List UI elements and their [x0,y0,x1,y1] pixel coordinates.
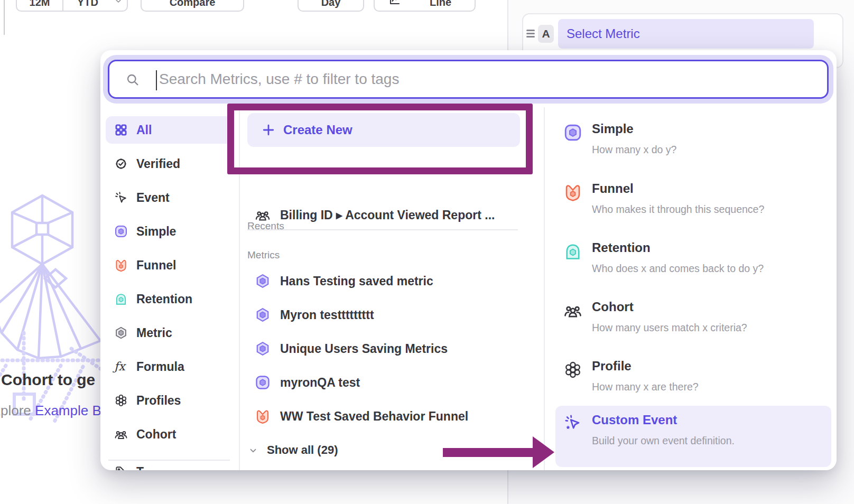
event-cursor-icon [114,191,128,204]
compare-button[interactable]: Compare [141,0,244,12]
sidebar-item-label: T [136,458,144,470]
sidebar-item-label: Cohort [136,421,176,448]
example-link[interactable]: Example B [35,403,101,418]
type-subtitle: How many x are there? [592,380,699,393]
type-title: Profile [592,358,632,374]
metric-list-item[interactable]: Hans Testing saved metric [247,267,522,295]
range-ytd-button[interactable]: YTD [62,0,113,8]
sidebar-item-label: Formula [136,353,184,380]
sidebar-item-label: Retention [136,285,192,313]
type-title: Cohort [592,299,634,315]
retention-icon [114,292,128,306]
chart-type-label: Line [406,0,475,8]
drag-handle-icon[interactable] [526,30,535,37]
type-subtitle: Who does x and comes back to do y? [592,262,764,275]
empty-state-subtext: xplore Example B [0,403,101,419]
interval-label: Day [299,0,363,8]
metric-list-item[interactable]: myronQA test [247,369,522,396]
sidebar-item-formula[interactable]: ƒx Formula [106,353,233,380]
series-letter-badge: A [538,25,554,43]
sidebar-item-simple[interactable]: Simple [106,218,233,245]
recent-item-label: Billing ID ▸ Account Viewed Report ... [280,201,495,229]
range-12m-button[interactable]: 12M [17,0,62,8]
type-funnel[interactable]: Funnel Who makes it through this sequenc… [555,181,831,236]
sidebar-item-label: Event [136,184,170,211]
funnel-icon [114,258,128,272]
show-all-button[interactable]: Show all (29) [247,437,459,463]
show-all-label: Show all (29) [267,437,338,463]
funnel-icon [563,183,582,202]
select-metric-chip[interactable]: Select Metric [558,19,814,49]
line-chart-icon [388,0,401,6]
type-title: Custom Event [592,412,677,428]
date-range-control[interactable]: 12M YTD [16,0,128,12]
metric-item-label: Hans Testing saved metric [280,267,433,295]
empty-state-headline: Cohort to ge [1,371,95,389]
annotation-arrow-shaft [443,448,534,457]
sidebar-item-event[interactable]: Event [106,184,233,211]
sidebar-item-funnel[interactable]: Funnel [106,251,233,279]
metric-item-label: myronQA test [280,369,360,396]
compare-label: Compare [142,0,243,8]
type-simple[interactable]: Simple How many x do y? [555,121,831,176]
metric-hexagon-icon [114,326,128,340]
metric-list-item[interactable]: Unique Users Saving Metrics [247,335,522,362]
type-subtitle: How many users match x criteria? [592,321,747,334]
simple-metric-icon [255,375,271,390]
search-box [108,60,829,99]
profiles-cluster-icon [563,360,582,379]
sidebar-item-metric[interactable]: Metric [106,319,233,347]
screen: 12M YTD Compare Day Line A Select Metric [0,0,854,504]
type-title: Retention [592,240,651,256]
sidebar-item-retention[interactable]: Retention [106,285,233,313]
type-title: Simple [592,121,634,137]
type-subtitle: Who makes it through this sequence? [592,203,764,216]
annotation-highlight-box [227,104,533,174]
metric-badge-icon [255,341,271,357]
funnel-icon [255,408,271,424]
left-edge-divider [4,0,5,35]
chevron-down-icon [114,0,123,5]
interval-day-button[interactable]: Day [298,0,364,12]
type-title: Funnel [592,181,634,197]
simple-metric-icon [563,123,582,142]
sidebar-item-label: All [136,116,152,144]
metric-item-label: Myron testtttttttt [280,301,374,329]
metric-badge-icon [255,307,271,323]
sidebar-item-cohort[interactable]: Cohort [106,421,233,448]
type-retention[interactable]: Retention Who does x and comes back to d… [555,240,831,295]
metric-list-item[interactable]: WW Test Saved Behavior Funnel [247,403,522,430]
simple-metric-icon [114,225,128,238]
metric-item-label: WW Test Saved Behavior Funnel [280,403,468,430]
cohort-people-icon [255,207,271,223]
metric-badge-icon [255,273,271,289]
sidebar-item-truncated[interactable]: T [106,458,233,470]
sidebar-item-label: Funnel [136,251,176,279]
annotation-arrow-head [533,436,554,468]
sidebar-item-label: Verified [136,150,180,178]
sidebar-item-label: Metric [136,319,172,347]
all-grid-icon [114,123,128,137]
chart-type-line-button[interactable]: Line [374,0,476,12]
type-subtitle: Build your own event definition. [592,434,735,447]
sidebar-item-profiles[interactable]: Profiles [106,387,233,414]
type-custom-event[interactable]: Custom Event Build your own event defini… [555,406,831,467]
cohort-people-icon [114,427,128,441]
sidebar-item-label: Profiles [136,387,181,414]
type-profile[interactable]: Profile How many x are there? [555,358,831,413]
section-divider [247,229,518,230]
sidebar-item-verified[interactable]: Verified [106,150,233,178]
metrics-section-label: Metrics [247,249,280,261]
verified-badge-icon [114,157,128,171]
profiles-cluster-icon [114,394,128,407]
sidebar-item-all[interactable]: All [106,116,233,144]
search-input[interactable] [109,61,827,97]
custom-event-sparkle-icon [563,414,581,432]
recent-item[interactable]: Billing ID ▸ Account Viewed Report ... [247,201,522,229]
formula-fx-icon: ƒx [114,360,128,374]
metric-list-item[interactable]: Myron testtttttttt [247,301,522,329]
chevron-down-icon [248,446,258,455]
column-divider [544,107,545,470]
type-cohort[interactable]: Cohort How many users match x criteria? [555,299,831,354]
cohort-people-icon [563,301,582,320]
